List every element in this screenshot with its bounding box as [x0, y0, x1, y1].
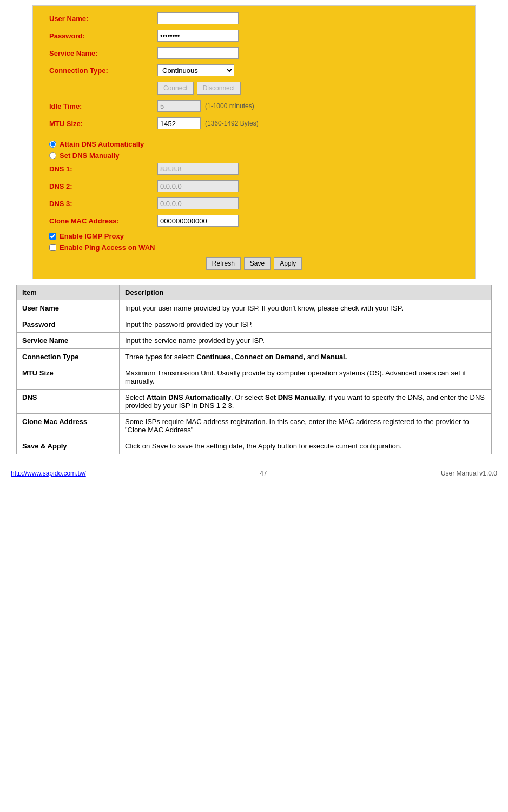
table-cell-description: Maximum Transmission Unit. Usually provi… [120, 365, 492, 390]
mtu-size-hint: (1360-1492 Bytes) [205, 120, 259, 127]
dns2-input[interactable] [157, 180, 239, 192]
username-row: User Name: [49, 12, 459, 24]
attain-dns-row: Attain DNS Automatically [49, 140, 459, 148]
table-cell-description: Input your user name provided by your IS… [120, 300, 492, 316]
ping-access-label[interactable]: Enable Ping Access on WAN [60, 243, 155, 252]
password-label: Password: [49, 32, 157, 40]
connection-type-select[interactable]: Continuous Connect on Demand Manual [158, 65, 234, 76]
service-name-row: Service Name: [49, 47, 459, 59]
table-row: MTU SizeMaximum Transmission Unit. Usual… [17, 365, 492, 390]
idle-time-row: Idle Time: (1-1000 minutes) [49, 100, 459, 112]
dns2-label: DNS 2: [49, 182, 157, 190]
igmp-proxy-label[interactable]: Enable IGMP Proxy [60, 232, 124, 240]
clone-mac-label: Clone MAC Address: [49, 217, 157, 225]
service-name-input[interactable] [157, 47, 239, 59]
dns1-row: DNS 1: [49, 163, 459, 175]
save-button[interactable]: Save [244, 257, 271, 270]
attain-dns-radio[interactable] [49, 141, 56, 148]
dns3-label: DNS 3: [49, 200, 157, 208]
table-cell-description: Three types for select: Continues, Conne… [120, 349, 492, 365]
apply-button[interactable]: Apply [274, 257, 302, 270]
table-cell-description: Click on Save to save the setting date, … [120, 438, 492, 454]
table-cell-description: Input the password provided by your ISP. [120, 316, 492, 333]
table-row: PasswordInput the password provided by y… [17, 316, 492, 333]
col1-header: Item [17, 285, 120, 300]
idle-time-label: Idle Time: [49, 102, 157, 110]
ping-access-checkbox[interactable] [49, 244, 56, 251]
table-cell-item: User Name [17, 300, 120, 316]
mtu-size-row: MTU Size: (1360-1492 Bytes) [49, 117, 459, 129]
dns1-input[interactable] [157, 163, 239, 175]
footer-page-number: 47 [260, 470, 267, 477]
username-input[interactable] [157, 12, 239, 24]
table-row: Service NameInput the service name provi… [17, 333, 492, 349]
table-row: Connection TypeThree types for select: C… [17, 349, 492, 365]
connection-type-row: Connection Type: Continuous Connect on D… [49, 64, 459, 76]
set-dns-label[interactable]: Set DNS Manually [60, 151, 120, 160]
form-buttons-row: Refresh Save Apply [49, 257, 459, 270]
table-cell-description: Select Attain DNS Automatically. Or sele… [120, 390, 492, 414]
clone-mac-row: Clone MAC Address: [49, 215, 459, 227]
table-cell-description: Some ISPs require MAC address registrati… [120, 414, 492, 438]
footer: http://www.sapido.com.tw/ 47 User Manual… [0, 465, 508, 481]
mtu-size-input[interactable] [157, 117, 201, 129]
refresh-button[interactable]: Refresh [206, 257, 241, 270]
password-row: Password: [49, 30, 459, 42]
service-name-label: Service Name: [49, 49, 157, 57]
dns1-label: DNS 1: [49, 165, 157, 173]
dns2-row: DNS 2: [49, 180, 459, 192]
table-cell-item: Save & Apply [17, 438, 120, 454]
table-cell-item: MTU Size [17, 365, 120, 390]
connection-type-select-wrapper[interactable]: Continuous Connect on Demand Manual [157, 64, 234, 76]
idle-time-hint: (1-1000 minutes) [205, 102, 254, 110]
username-label: User Name: [49, 15, 157, 23]
col2-header: Description [120, 285, 492, 300]
disconnect-button[interactable]: Disconnect [197, 82, 241, 95]
set-dns-radio[interactable] [49, 152, 56, 159]
description-table: Item Description User NameInput your use… [16, 285, 492, 454]
table-row: Clone Mac AddressSome ISPs require MAC a… [17, 414, 492, 438]
mtu-size-label: MTU Size: [49, 120, 157, 128]
attain-dns-label[interactable]: Attain DNS Automatically [60, 140, 144, 148]
connect-button[interactable]: Connect [157, 82, 194, 95]
password-input[interactable] [157, 30, 239, 42]
connect-disconnect-row: Connect Disconnect [157, 82, 459, 95]
table-row: Save & ApplyClick on Save to save the se… [17, 438, 492, 454]
table-cell-item: DNS [17, 390, 120, 414]
clone-mac-input[interactable] [157, 215, 239, 227]
set-dns-row: Set DNS Manually [49, 151, 459, 160]
footer-version: User Manual v1.0.0 [441, 470, 497, 477]
ping-access-row: Enable Ping Access on WAN [49, 243, 459, 252]
table-row: User NameInput your user name provided b… [17, 300, 492, 316]
table-cell-item: Clone Mac Address [17, 414, 120, 438]
idle-time-input[interactable] [157, 100, 201, 112]
igmp-proxy-row: Enable IGMP Proxy [49, 232, 459, 240]
igmp-proxy-checkbox[interactable] [49, 233, 56, 240]
dns3-input[interactable] [157, 197, 239, 209]
form-container: User Name: Password: Service Name: Conne… [32, 5, 476, 279]
table-cell-item: Connection Type [17, 349, 120, 365]
table-cell-item: Password [17, 316, 120, 333]
table-cell-item: Service Name [17, 333, 120, 349]
dns3-row: DNS 3: [49, 197, 459, 209]
footer-link[interactable]: http://www.sapido.com.tw/ [11, 470, 86, 477]
table-row: DNSSelect Attain DNS Automatically. Or s… [17, 390, 492, 414]
table-cell-description: Input the service name provided by your … [120, 333, 492, 349]
connection-type-label: Connection Type: [49, 67, 157, 75]
